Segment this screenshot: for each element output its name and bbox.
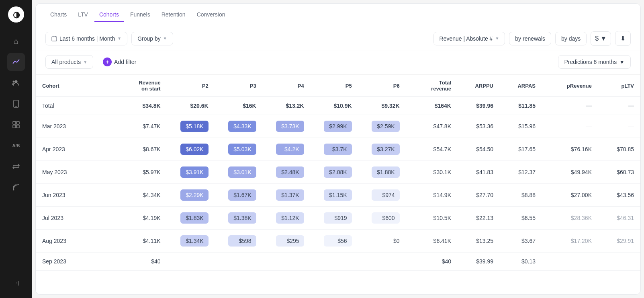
download-button[interactable]: ⬇ — [615, 31, 631, 46]
cell-pltv: $43.56 — [598, 184, 640, 207]
table-header-row: Cohort Revenue on start P2 P3 P4 P5 P6 T… — [36, 75, 640, 97]
cell-total-revenue: $10.5K — [406, 207, 458, 230]
tab-charts[interactable]: Charts — [45, 8, 72, 22]
chart-icon[interactable] — [7, 53, 25, 71]
add-filter-button[interactable]: + Add filter — [97, 54, 142, 70]
cell-total-revenue: $6.41K — [406, 230, 458, 253]
cell-p6: $2.59K — [358, 115, 406, 138]
revenue-chevron-icon: ▼ — [495, 36, 499, 41]
cell-prevenue: $76.16K — [542, 138, 598, 161]
products-chevron-icon: ▼ — [83, 60, 87, 64]
cell-revenue-start: $4.34K — [111, 184, 167, 207]
cell-p2: $1.34K — [167, 230, 215, 253]
cell-p3: $1.67K — [215, 184, 263, 207]
home-icon[interactable]: ⌂ — [7, 32, 25, 50]
table-row: Sep 2023$40$40$39.99$0.13—— — [36, 253, 640, 271]
cell-cohort: Sep 2023 — [36, 253, 111, 271]
add-icon: + — [103, 58, 112, 66]
cell-p3: $5.03K — [215, 138, 263, 161]
logo[interactable]: ◑ — [8, 6, 24, 23]
dollar-button[interactable]: $ ▼ — [591, 31, 611, 46]
predictions-button[interactable]: Predictions 6 months ▼ — [558, 55, 631, 69]
cell-p2 — [167, 253, 215, 271]
tab-retention[interactable]: Retention — [157, 8, 190, 22]
cell-arppu: $54.50 — [458, 138, 500, 161]
table-row: Mar 2023$7.47K$5.18K$4.33K$3.73K$2.99K$2… — [36, 115, 640, 138]
group-chevron-icon: ▼ — [163, 36, 167, 41]
cell-p6: $1.88K — [358, 161, 406, 184]
header-total-revenue: Total revenue — [406, 75, 458, 97]
cell-p6: $974 — [358, 184, 406, 207]
cell-pltv: $70.85 — [598, 138, 640, 161]
cell-p3: $4.33K — [215, 115, 263, 138]
dollar-chevron-icon: ▼ — [600, 35, 607, 42]
header-revenue-start: Revenue on start — [111, 75, 167, 97]
cell-arppu: $39.96 — [458, 97, 500, 115]
header-arppu: ARPPU — [458, 75, 500, 97]
cell-p5: $1.15K — [311, 184, 358, 207]
cell-prevenue: $28.36K — [542, 207, 598, 230]
group-by-button[interactable]: Group by ▼ — [131, 32, 173, 45]
calendar-icon — [51, 36, 57, 41]
date-filter-button[interactable]: Last 6 months | Month ▼ — [45, 32, 127, 45]
cell-arpas: $8.88 — [500, 184, 542, 207]
nav-tabs: Charts LTV Cohorts Funnels Retention Con… — [45, 8, 230, 21]
collapse-icon[interactable]: →| — [7, 274, 25, 292]
cell-total-revenue: $40 — [406, 253, 458, 271]
cell-p3: $3.01K — [215, 161, 263, 184]
by-days-button[interactable]: by days — [555, 32, 587, 45]
tab-funnels[interactable]: Funnels — [125, 8, 155, 22]
date-filter-label: Last 6 months | Month — [59, 35, 115, 42]
cell-arpas: $15.96 — [500, 115, 542, 138]
table-container: Cohort Revenue on start P2 P3 P4 P5 P6 T… — [36, 75, 640, 294]
all-products-button[interactable]: All products ▼ — [45, 55, 93, 69]
cell-cohort: Total — [36, 97, 111, 115]
cell-revenue-start: $4.11K — [111, 230, 167, 253]
header-p2: P2 — [167, 75, 215, 97]
by-renewals-button[interactable]: by renewals — [509, 32, 551, 45]
cell-p5: $919 — [311, 207, 358, 230]
rss-icon[interactable] — [7, 179, 25, 196]
predictions-label: Predictions 6 months — [564, 59, 617, 65]
cell-arpas: $17.65 — [500, 138, 542, 161]
revenue-filter-label: Revenue | Absolute # — [440, 35, 493, 42]
tab-conversion[interactable]: Conversion — [192, 8, 230, 22]
table-row: May 2023$5.97K$3.91K$3.01K$2.48K$2.08K$1… — [36, 161, 640, 184]
cell-arpas: $11.85 — [500, 97, 542, 115]
revenue-filter-button[interactable]: Revenue | Absolute # ▼ — [433, 32, 505, 45]
cell-revenue-start: $7.47K — [111, 115, 167, 138]
header-cohort: Cohort — [36, 75, 111, 97]
tab-cohorts[interactable]: Cohorts — [94, 8, 124, 22]
cell-p4: $13.2K — [263, 97, 311, 115]
cell-p5: $10.9K — [311, 97, 358, 115]
svg-point-1 — [13, 81, 15, 83]
transfer-icon[interactable] — [7, 158, 25, 175]
tab-ltv[interactable]: LTV — [73, 8, 93, 22]
cell-pltv: $29.91 — [598, 230, 640, 253]
add-filter-label: Add filter — [114, 59, 136, 65]
svg-rect-4 — [13, 121, 16, 124]
grid-icon[interactable] — [7, 116, 25, 134]
users-icon[interactable] — [7, 74, 25, 92]
toolbar-right: Revenue | Absolute # ▼ by renewals by da… — [433, 31, 631, 46]
cell-p2: $1.83K — [167, 207, 215, 230]
svg-rect-7 — [16, 125, 19, 128]
cell-revenue-start: $40 — [111, 253, 167, 271]
table-row: Total$34.8K$20.6K$16K$13.2K$10.9K$9.32K$… — [36, 97, 640, 115]
cell-p3: $16K — [215, 97, 263, 115]
cell-p4: $3.73K — [263, 115, 311, 138]
mobile-icon[interactable] — [7, 95, 25, 113]
cell-prevenue: $49.94K — [542, 161, 598, 184]
cell-p2: $5.18K — [167, 115, 215, 138]
top-nav: Charts LTV Cohorts Funnels Retention Con… — [36, 4, 640, 26]
cell-pltv: — — [598, 115, 640, 138]
filter-row: All products ▼ + Add filter Predictions … — [36, 51, 640, 75]
download-icon: ⬇ — [620, 35, 626, 42]
cell-p5: $2.08K — [311, 161, 358, 184]
cell-p2: $20.6K — [167, 97, 215, 115]
header-prevenue: pRevenue — [542, 75, 598, 97]
cell-p4: $295 — [263, 230, 311, 253]
ab-icon[interactable]: A/B — [7, 137, 25, 154]
cell-total-revenue: $14.9K — [406, 184, 458, 207]
date-chevron-icon: ▼ — [117, 36, 121, 41]
